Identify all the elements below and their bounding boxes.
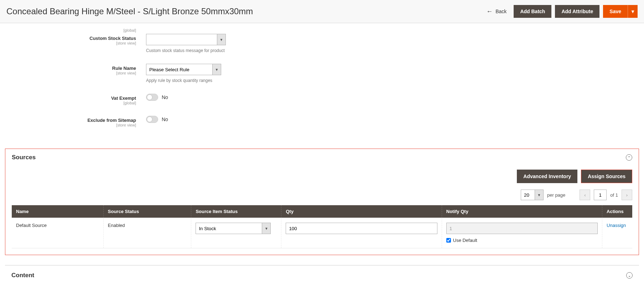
rule-name-scope: [store view] [11, 71, 136, 75]
add-attribute-button[interactable]: Add Attribute [555, 5, 599, 18]
toggle-knob [147, 94, 152, 100]
vat-exempt-label: Vat Exempt [111, 95, 136, 101]
field-scope-global-top: [global] [11, 28, 136, 32]
col-header-name: Name [12, 205, 103, 218]
sources-panel: Sources ⌃ Advanced Inventory Assign Sour… [5, 149, 639, 255]
content-section-header[interactable]: Content ⌄ [5, 265, 639, 288]
col-header-source-item-status: Source Item Status [191, 205, 281, 218]
back-label: Back [495, 9, 507, 14]
save-button[interactable]: Save [603, 5, 628, 18]
custom-stock-status-scope: [store view] [11, 41, 136, 45]
chevron-down-icon[interactable]: ▼ [213, 64, 221, 75]
per-page-label: per page [547, 192, 565, 198]
content-title: Content [11, 272, 34, 279]
source-item-status-select[interactable] [196, 223, 262, 234]
pager-current-input[interactable] [594, 190, 607, 200]
save-dropdown-button[interactable]: ▼ [628, 5, 638, 18]
vat-exempt-value: No [162, 94, 168, 100]
chevron-down-icon[interactable]: ▼ [262, 223, 271, 234]
col-header-source-status: Source Status [103, 205, 191, 218]
pager-prev-button[interactable]: ‹ [580, 190, 590, 200]
cell-status: Enabled [103, 218, 191, 248]
cell-name: Default Source [12, 218, 103, 248]
assign-sources-button[interactable]: Assign Sources [581, 170, 632, 183]
rule-name-helper: Apply rule by stock quantity ranges [146, 78, 633, 83]
custom-stock-status-label: Custom Stock Status [89, 36, 136, 41]
chevron-right-icon: › [626, 192, 628, 198]
use-default-label: Use Default [453, 238, 477, 243]
arrow-left-icon: ← [486, 8, 493, 15]
exclude-sitemap-scope: [store view] [11, 123, 136, 127]
collapse-down-icon[interactable]: ⌄ [626, 272, 633, 279]
col-header-notify-qty: Notify Qty [442, 205, 602, 218]
use-default-checkbox[interactable] [446, 238, 451, 243]
table-row: Default Source Enabled ▼ Use Default [12, 218, 632, 248]
rule-name-select[interactable] [146, 64, 213, 75]
col-header-actions: Actions [602, 205, 632, 218]
back-button[interactable]: ← Back [486, 8, 507, 15]
exclude-sitemap-label: Exclude from Sitemap [87, 118, 136, 123]
exclude-sitemap-toggle[interactable] [146, 116, 158, 123]
page-title: Concealed Bearing Hinge M/Steel - S/Ligh… [6, 6, 253, 16]
pager-next-button[interactable]: › [622, 190, 632, 200]
triangle-down-icon: ▼ [630, 9, 635, 14]
add-batch-button[interactable]: Add Batch [514, 5, 551, 18]
chevron-left-icon: ‹ [584, 192, 586, 198]
qty-input[interactable] [286, 223, 437, 234]
toggle-knob [147, 116, 152, 122]
advanced-inventory-button[interactable]: Advanced Inventory [517, 170, 577, 183]
collapse-up-icon[interactable]: ⌃ [626, 154, 632, 161]
notify-qty-input [446, 223, 598, 234]
unassign-link[interactable]: Unassign [607, 223, 626, 228]
vat-exempt-scope: [global] [11, 101, 136, 105]
save-button-group: Save ▼ [603, 5, 638, 18]
exclude-sitemap-value: No [162, 116, 168, 122]
rule-name-label: Rule Name [112, 66, 136, 71]
col-header-qty: Qty [281, 205, 442, 218]
chevron-down-icon[interactable]: ▼ [535, 190, 544, 200]
custom-stock-status-select[interactable] [146, 34, 217, 45]
sources-title: Sources [12, 154, 36, 161]
custom-stock-status-helper: Custom stock status message for product [146, 48, 633, 53]
pager-total-label: of 1 [610, 192, 618, 198]
chevron-down-icon[interactable]: ▼ [217, 34, 226, 45]
sources-table: Name Source Status Source Item Status Qt… [12, 205, 632, 248]
vat-exempt-toggle[interactable] [146, 94, 158, 101]
per-page-select[interactable] [521, 190, 535, 200]
header-actions: ← Back Add Batch Add Attribute Save ▼ [486, 5, 638, 18]
